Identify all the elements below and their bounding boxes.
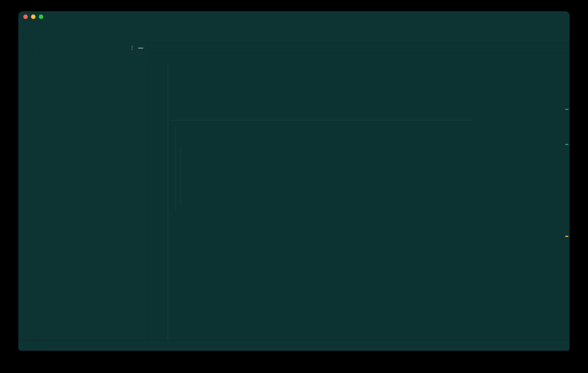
maximize-window-button[interactable]: [39, 14, 43, 19]
minimize-window-button[interactable]: [31, 14, 35, 19]
project-tree: [33, 54, 146, 341]
close-window-button[interactable]: [23, 14, 28, 19]
project-panel: ⋮ —: [33, 42, 147, 341]
editor-pane: [147, 42, 570, 341]
main-area: ⋮ —: [18, 42, 570, 341]
project-panel-header: ⋮ —: [33, 42, 146, 54]
import-fold-separator: [171, 120, 473, 120]
hide-panel-icon[interactable]: —: [138, 45, 143, 51]
split-tab-bar: [147, 54, 570, 63]
editor-tab-bar: [147, 42, 570, 54]
breadcrumb: [18, 33, 570, 42]
window-controls: [23, 14, 43, 19]
scrollbar-mark[interactable]: [565, 144, 568, 145]
toolbar: [18, 22, 570, 33]
code-editor[interactable]: [147, 63, 570, 341]
title-bar: [18, 11, 570, 22]
ide-window: ⋮ —: [18, 11, 570, 351]
scrollbar-mark[interactable]: [565, 236, 568, 237]
panel-options-icon[interactable]: ⋮: [130, 45, 135, 51]
scrollbar-mark[interactable]: [565, 109, 568, 110]
activity-bar: [18, 42, 33, 341]
status-bar: [18, 341, 570, 351]
